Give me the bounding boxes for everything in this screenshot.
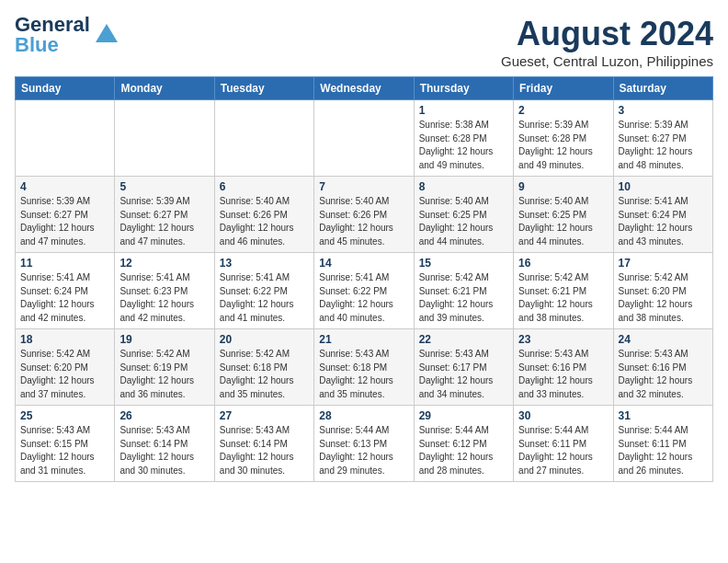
day-number: 25 [20,409,109,422]
calendar-header-cell: Thursday [414,77,513,100]
day-info: Sunrise: 5:39 AM Sunset: 6:28 PM Dayligh… [518,119,608,172]
day-info: Sunrise: 5:41 AM Sunset: 6:23 PM Dayligh… [119,271,209,325]
day-number: 23 [518,333,608,346]
calendar-cell: 13Sunrise: 5:41 AM Sunset: 6:22 PM Dayli… [214,253,313,329]
calendar-week-row: 25Sunrise: 5:43 AM Sunset: 6:15 PM Dayli… [16,406,713,482]
day-number: 21 [319,333,408,346]
day-number: 11 [20,257,109,270]
day-info: Sunrise: 5:41 AM Sunset: 6:22 PM Dayligh… [319,271,408,325]
day-info: Sunrise: 5:41 AM Sunset: 6:24 PM Dayligh… [20,271,109,325]
calendar-body: 1Sunrise: 5:38 AM Sunset: 6:28 PM Daylig… [16,100,713,482]
day-number: 31 [619,409,708,422]
calendar-cell: 14Sunrise: 5:41 AM Sunset: 6:22 PM Dayli… [314,253,414,329]
day-number: 27 [220,409,309,422]
calendar-header-cell: Monday [115,77,214,100]
calendar-cell [115,100,214,177]
day-info: Sunrise: 5:40 AM Sunset: 6:26 PM Dayligh… [319,195,408,248]
calendar-header-cell: Wednesday [314,77,414,100]
day-info: Sunrise: 5:42 AM Sunset: 6:21 PM Dayligh… [518,271,608,325]
day-number: 14 [319,257,408,270]
day-info: Sunrise: 5:43 AM Sunset: 6:15 PM Dayligh… [20,424,109,477]
calendar-cell: 5Sunrise: 5:39 AM Sunset: 6:27 PM Daylig… [115,177,214,253]
calendar-week-row: 4Sunrise: 5:39 AM Sunset: 6:27 PM Daylig… [16,177,713,253]
calendar-cell: 17Sunrise: 5:42 AM Sunset: 6:20 PM Dayli… [613,253,712,329]
svg-marker-0 [96,24,118,42]
day-number: 2 [518,104,608,117]
calendar-header-cell: Saturday [613,77,712,100]
day-info: Sunrise: 5:42 AM Sunset: 6:19 PM Dayligh… [119,348,209,401]
day-info: Sunrise: 5:41 AM Sunset: 6:22 PM Dayligh… [220,271,309,325]
calendar-cell: 11Sunrise: 5:41 AM Sunset: 6:24 PM Dayli… [16,253,115,329]
day-number: 28 [319,409,408,422]
day-number: 26 [119,409,209,422]
calendar-cell: 15Sunrise: 5:42 AM Sunset: 6:21 PM Dayli… [414,253,513,329]
day-number: 9 [518,180,608,193]
day-info: Sunrise: 5:38 AM Sunset: 6:28 PM Dayligh… [419,119,508,172]
calendar-cell: 25Sunrise: 5:43 AM Sunset: 6:15 PM Dayli… [16,406,115,482]
calendar-cell: 12Sunrise: 5:41 AM Sunset: 6:23 PM Dayli… [115,253,214,329]
day-info: Sunrise: 5:44 AM Sunset: 6:11 PM Dayligh… [619,424,708,477]
calendar-cell: 26Sunrise: 5:43 AM Sunset: 6:14 PM Dayli… [115,406,214,482]
day-info: Sunrise: 5:43 AM Sunset: 6:16 PM Dayligh… [619,348,708,401]
calendar-cell: 16Sunrise: 5:42 AM Sunset: 6:21 PM Dayli… [514,253,613,329]
header: GeneralBlue August 2024 Gueset, Central … [15,15,713,69]
day-info: Sunrise: 5:43 AM Sunset: 6:18 PM Dayligh… [319,348,408,401]
calendar-cell: 4Sunrise: 5:39 AM Sunset: 6:27 PM Daylig… [16,177,115,253]
calendar-week-row: 11Sunrise: 5:41 AM Sunset: 6:24 PM Dayli… [16,253,713,329]
calendar-week-row: 1Sunrise: 5:38 AM Sunset: 6:28 PM Daylig… [16,100,713,177]
day-number: 7 [319,180,408,193]
day-number: 19 [119,333,209,346]
day-number: 16 [518,257,608,270]
calendar-cell: 31Sunrise: 5:44 AM Sunset: 6:11 PM Dayli… [613,406,712,482]
day-info: Sunrise: 5:42 AM Sunset: 6:21 PM Dayligh… [419,271,508,325]
calendar-cell [314,100,414,177]
day-number: 22 [419,333,508,346]
day-info: Sunrise: 5:39 AM Sunset: 6:27 PM Dayligh… [619,119,708,172]
day-number: 30 [518,409,608,422]
logo-text: GeneralBlue [15,15,90,55]
calendar-cell: 22Sunrise: 5:43 AM Sunset: 6:17 PM Dayli… [414,329,513,406]
day-info: Sunrise: 5:40 AM Sunset: 6:25 PM Dayligh… [419,195,508,248]
day-info: Sunrise: 5:41 AM Sunset: 6:24 PM Dayligh… [619,195,708,248]
logo: GeneralBlue [15,15,119,55]
day-number: 13 [220,257,309,270]
calendar-cell: 29Sunrise: 5:44 AM Sunset: 6:12 PM Dayli… [414,406,513,482]
day-info: Sunrise: 5:42 AM Sunset: 6:20 PM Dayligh… [20,348,109,401]
day-info: Sunrise: 5:43 AM Sunset: 6:16 PM Dayligh… [518,348,608,401]
day-info: Sunrise: 5:43 AM Sunset: 6:14 PM Dayligh… [119,424,209,477]
calendar-cell: 19Sunrise: 5:42 AM Sunset: 6:19 PM Dayli… [115,329,214,406]
calendar-header-row: SundayMondayTuesdayWednesdayThursdayFrid… [16,77,713,100]
calendar-cell: 21Sunrise: 5:43 AM Sunset: 6:18 PM Dayli… [314,329,414,406]
day-number: 5 [119,180,209,193]
day-info: Sunrise: 5:39 AM Sunset: 6:27 PM Dayligh… [20,195,109,248]
calendar-cell: 30Sunrise: 5:44 AM Sunset: 6:11 PM Dayli… [514,406,613,482]
calendar-cell: 6Sunrise: 5:40 AM Sunset: 6:26 PM Daylig… [214,177,313,253]
day-number: 17 [619,257,708,270]
day-info: Sunrise: 5:44 AM Sunset: 6:11 PM Dayligh… [518,424,608,477]
logo-icon [94,22,119,48]
day-info: Sunrise: 5:43 AM Sunset: 6:17 PM Dayligh… [419,348,508,401]
day-number: 3 [619,104,708,117]
calendar-header-cell: Tuesday [214,77,313,100]
day-number: 4 [20,180,109,193]
day-number: 1 [419,104,508,117]
calendar-cell: 10Sunrise: 5:41 AM Sunset: 6:24 PM Dayli… [613,177,712,253]
day-info: Sunrise: 5:43 AM Sunset: 6:14 PM Dayligh… [220,424,309,477]
calendar-cell: 7Sunrise: 5:40 AM Sunset: 6:26 PM Daylig… [314,177,414,253]
calendar-cell: 2Sunrise: 5:39 AM Sunset: 6:28 PM Daylig… [514,100,613,177]
day-number: 29 [419,409,508,422]
calendar-cell: 18Sunrise: 5:42 AM Sunset: 6:20 PM Dayli… [16,329,115,406]
day-number: 15 [419,257,508,270]
title-area: August 2024 Gueset, Central Luzon, Phili… [501,15,713,69]
calendar-cell: 8Sunrise: 5:40 AM Sunset: 6:25 PM Daylig… [414,177,513,253]
calendar-cell: 28Sunrise: 5:44 AM Sunset: 6:13 PM Dayli… [314,406,414,482]
calendar-cell [214,100,313,177]
day-info: Sunrise: 5:40 AM Sunset: 6:25 PM Dayligh… [518,195,608,248]
day-number: 18 [20,333,109,346]
day-info: Sunrise: 5:42 AM Sunset: 6:20 PM Dayligh… [619,271,708,325]
calendar-title: August 2024 [501,15,713,53]
day-number: 12 [119,257,209,270]
day-number: 20 [220,333,309,346]
calendar-cell: 23Sunrise: 5:43 AM Sunset: 6:16 PM Dayli… [514,329,613,406]
calendar-cell: 9Sunrise: 5:40 AM Sunset: 6:25 PM Daylig… [514,177,613,253]
